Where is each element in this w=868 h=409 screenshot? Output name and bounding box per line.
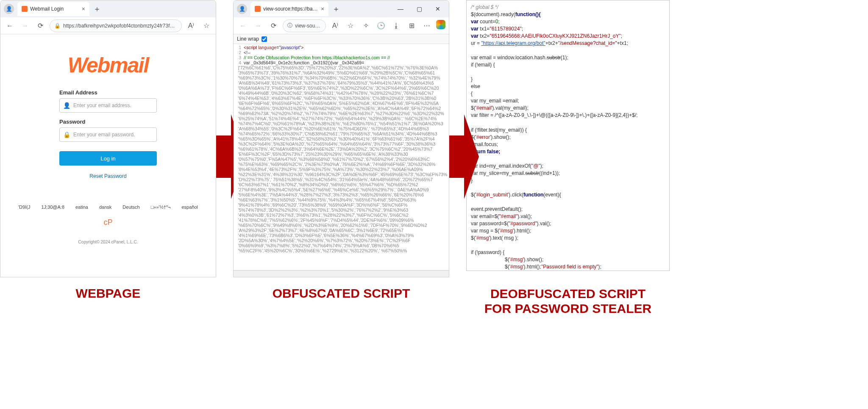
caption-webpage: WEBPAGE xyxy=(0,286,216,316)
lock-icon: 🔒 xyxy=(54,23,61,29)
new-tab-button[interactable]: ＋ xyxy=(330,3,342,15)
password-placeholder: Enter your email password. xyxy=(73,132,153,138)
password-field[interactable]: 🔒 Enter your email password. xyxy=(59,127,157,142)
browser-window-webpage: 👤 Webmail Login × ＋ ← → ⟳ 🔒 https://bafk… xyxy=(0,0,216,277)
lang-option[interactable]: eatina xyxy=(75,204,88,210)
cpanel-logo: cP xyxy=(103,218,112,227)
tab-title: Webmail Login xyxy=(30,6,64,12)
tab-title: view-source:https://bafkreihpvn2… xyxy=(263,6,318,12)
login-button[interactable]: Log in xyxy=(59,151,157,166)
lang-option[interactable]: 1J;30@A:8 xyxy=(41,204,64,210)
tab-close-icon[interactable]: × xyxy=(321,6,324,12)
downloads-icon[interactable]: ⭳ xyxy=(390,20,402,32)
info-icon: ⓘ xyxy=(287,22,292,29)
more-icon[interactable]: ⋯ xyxy=(421,20,433,32)
line-wrap-checkbox[interactable] xyxy=(262,36,267,42)
lock-icon: 🔒 xyxy=(63,131,70,138)
browser-tab[interactable]: Webmail Login × xyxy=(17,2,89,16)
email-placeholder: Enter your email address. xyxy=(73,102,153,108)
lang-option[interactable]: español xyxy=(181,204,198,210)
user-icon: 👤 xyxy=(63,102,70,109)
favicon-cpanel-icon xyxy=(255,6,261,12)
favorite-icon[interactable]: ☆ xyxy=(345,20,356,32)
caption-deobfuscated: DEOBFUSCATED SCRIPTFOR PASSWORD STEALER xyxy=(466,286,670,316)
favicon-cpanel-icon xyxy=(22,6,28,12)
extensions-icon[interactable]: ⊞ xyxy=(406,20,417,32)
password-label: Password xyxy=(59,119,157,125)
new-tab-button[interactable]: ＋ xyxy=(91,3,103,15)
address-bar[interactable]: ⓘ view-source:ht… xyxy=(283,19,326,32)
back-icon[interactable]: ← xyxy=(4,20,16,32)
profile-avatar[interactable]: 👤 xyxy=(237,4,247,14)
reset-password-link[interactable]: Reset Password xyxy=(59,173,157,179)
history-icon[interactable]: 🕒 xyxy=(375,20,387,32)
forward-icon: → xyxy=(19,20,31,32)
close-icon[interactable]: ✕ xyxy=(428,2,447,16)
url-text: https://bafkreihpvn2wkpofobf4ctonbmzty24… xyxy=(63,23,177,29)
favorites-bar-icon[interactable]: ✧ xyxy=(360,20,372,32)
svg-marker-1 xyxy=(449,114,479,199)
favorite-icon[interactable]: ☆ xyxy=(200,20,212,32)
tab-close-icon[interactable]: × xyxy=(82,6,85,12)
email-field[interactable]: 👤 Enter your email address. xyxy=(59,98,157,113)
copilot-icon[interactable] xyxy=(436,20,445,29)
browser-tab[interactable]: view-source:https://bafkreihpvn2… × xyxy=(250,2,328,16)
line-wrap-label: Line wrap xyxy=(237,36,259,42)
language-selector: 'D9I(J 1J;30@A:8 eatina dansk Deutsch □»… xyxy=(18,204,198,210)
profile-avatar[interactable]: 👤 xyxy=(4,4,14,14)
back-icon: ← xyxy=(237,20,249,32)
minimize-icon[interactable]: — xyxy=(391,2,410,16)
caption-obfuscated: OBFUSCATED SCRIPT xyxy=(233,286,449,316)
address-bar[interactable]: 🔒 https://bafkreihpvn2wkpofobf4ctonbmzty… xyxy=(50,19,182,32)
arrow-icon xyxy=(449,114,466,165)
lang-option[interactable]: dansk xyxy=(99,204,111,210)
read-aloud-icon[interactable]: A⁾ xyxy=(185,20,197,32)
source-body: 1<script language="javascript">2<!--3// … xyxy=(234,44,449,277)
page-body: Webmail Email Address 👤 Enter your email… xyxy=(0,34,216,277)
lang-option[interactable]: 'D9I(J xyxy=(18,204,30,210)
browser-window-viewsource: 👤 view-source:https://bafkreihpvn2… × ＋ … xyxy=(233,0,449,277)
browser-toolbar: ← → ⟳ 🔒 https://bafkreihpvn2wkpofobf4cto… xyxy=(0,17,216,34)
maximize-icon[interactable]: ▢ xyxy=(410,2,428,16)
browser-toolbar: ← → ⟳ ⓘ view-source:ht… A⁾ ☆ ✧ 🕒 ⭳ ⊞ ⋯ xyxy=(234,17,449,34)
arrow-icon xyxy=(216,114,233,165)
copyright-text: Copyright© 2024 cPanel, L.L.C. xyxy=(78,240,138,244)
titlebar: 👤 Webmail Login × ＋ xyxy=(0,0,216,17)
reload-icon[interactable]: ⟳ xyxy=(34,20,46,32)
forward-icon: → xyxy=(252,20,264,32)
horizontal-scrollbar[interactable] xyxy=(234,270,449,277)
email-label: Email Address xyxy=(59,89,157,96)
deobfuscated-code-pane: /* global $ */$(document).ready(function… xyxy=(466,0,670,271)
captions-row: WEBPAGE OBFUSCATED SCRIPT DEOBFUSCATED S… xyxy=(0,286,868,316)
url-text: view-source:ht… xyxy=(295,23,321,29)
reload-icon[interactable]: ⟳ xyxy=(267,20,279,32)
webmail-logo: Webmail xyxy=(68,53,149,77)
lang-option[interactable]: Deutsch xyxy=(122,204,139,210)
read-aloud-icon[interactable]: A⁾ xyxy=(329,20,341,32)
lang-option[interactable]: □»»'½†º¬ xyxy=(151,204,171,210)
viewsource-toolbar: Line wrap xyxy=(234,34,449,44)
titlebar: 👤 view-source:https://bafkreihpvn2… × ＋ … xyxy=(234,0,449,17)
